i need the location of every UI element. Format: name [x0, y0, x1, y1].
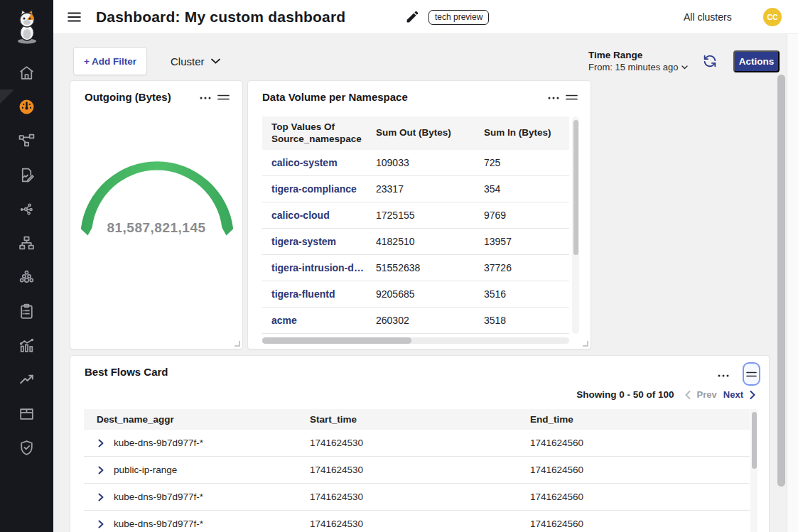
clusters-icon [18, 268, 36, 286]
cluster-filter-label: Cluster [171, 55, 205, 67]
sidebar-item-report-edit[interactable] [0, 158, 53, 192]
network-topology-icon [18, 132, 36, 150]
pagination: Showing 0 - 50 of 100 Prev Next [576, 389, 755, 400]
time-range-control: Time Range From: 15 minutes ago [588, 50, 688, 72]
start-time-value: 1741624530 [297, 519, 517, 529]
edit-pencil-icon[interactable] [405, 9, 420, 24]
column-header: Top Values OfSource_namespace [262, 121, 367, 144]
sum-in-value: 37726 [475, 262, 569, 273]
end-time-value: 1741624560 [517, 492, 750, 502]
card-menu-icon[interactable] [718, 371, 729, 380]
column-header: Sum In (Bytes) [475, 127, 569, 139]
report-edit-icon [18, 166, 36, 184]
dest-name-value: public-ip-range [114, 465, 177, 475]
page-scrollbar-thumb[interactable] [777, 75, 785, 487]
sum-in-value: 354 [475, 183, 569, 195]
table-vertical-scrollbar[interactable] [572, 116, 579, 334]
table-horizontal-scrollbar[interactable] [262, 337, 569, 344]
sidebar-item-connections[interactable] [0, 192, 53, 226]
chevron-right-icon[interactable] [750, 391, 755, 399]
calico-cat-logo [11, 9, 43, 45]
dest-name-value: kube-dns-9b7d977f-* [114, 519, 203, 529]
expand-row-chevron-icon[interactable] [97, 493, 105, 501]
drag-handle-icon[interactable] [566, 92, 578, 102]
cluster-filter-dropdown[interactable]: Cluster [171, 47, 220, 75]
sum-in-value: 3516 [475, 288, 569, 300]
sidebar-item-network-topology[interactable] [0, 124, 53, 158]
sidebar-item-statistics[interactable] [0, 328, 53, 362]
actions-button[interactable]: Actions [733, 50, 780, 72]
expand-row-chevron-icon[interactable] [97, 439, 105, 447]
table-vertical-scrollbar[interactable] [750, 409, 757, 532]
sum-out-value: 260302 [367, 315, 475, 326]
chevron-down-icon [681, 65, 688, 70]
time-range-value-dropdown[interactable]: From: 15 minutes ago [588, 62, 688, 72]
expand-row-chevron-icon[interactable] [97, 466, 105, 474]
prev-page-button[interactable]: Prev [697, 389, 717, 400]
tech-preview-badge: tech preview [428, 10, 489, 25]
expand-row-chevron-icon[interactable] [97, 520, 105, 528]
card-menu-icon[interactable] [200, 94, 211, 102]
namespace-link[interactable]: calico-cloud [271, 210, 330, 221]
table-row: calico-cloud17251559769 [262, 202, 569, 229]
resize-grip[interactable] [234, 341, 240, 347]
outgoing-bytes-card: Outgoing (Bytes) 81,587,821,145 [70, 80, 243, 349]
refresh-icon[interactable] [702, 53, 718, 69]
checklist-icon [18, 303, 36, 320]
namespace-link[interactable]: tigera-compliance [271, 183, 357, 195]
sidebar-item-dashboard-gauge[interactable] [0, 89, 53, 124]
hamburger-menu-icon[interactable] [66, 9, 82, 25]
sum-out-value: 51552638 [367, 262, 475, 273]
sum-out-value: 4182510 [367, 236, 475, 247]
namespace-link[interactable]: tigera-fluentd [271, 288, 335, 300]
sidebar-item-checklist[interactable] [0, 294, 53, 328]
table-row: tigera-system418251013957 [262, 229, 569, 255]
namespace-link[interactable]: tigera-intrusion-d… [271, 262, 364, 273]
dest-name-value: kube-dns-9b7d977f-* [114, 438, 203, 448]
card-title: Outgoing (Bytes) [85, 91, 171, 103]
page-scrollbar-track [787, 34, 798, 532]
sidebar-item-home[interactable] [0, 55, 53, 89]
sidebar-item-hierarchy[interactable] [0, 226, 53, 260]
sum-in-value: 725 [475, 157, 569, 168]
sidebar-item-clusters[interactable] [0, 260, 53, 294]
table-row: tigera-intrusion-d…5155263837726 [262, 255, 569, 281]
table-row: acme2603023518 [262, 308, 569, 334]
sum-out-value: 23317 [367, 183, 475, 195]
avatar[interactable]: CC [763, 8, 782, 26]
dashboard-gauge-icon [18, 98, 36, 116]
drag-handle-icon[interactable] [217, 92, 230, 102]
card-menu-icon[interactable] [548, 94, 559, 102]
chevron-down-icon [211, 58, 220, 64]
start-time-value: 1741624530 [297, 465, 517, 475]
sidebar-item-package[interactable] [0, 396, 53, 430]
data-volume-table: Top Values OfSource_namespace Sum Out (B… [262, 116, 569, 334]
pagination-showing-text: Showing 0 - 50 of 100 [576, 389, 674, 400]
namespace-link[interactable]: calico-system [271, 157, 338, 168]
column-header: Dest_name_aggr [84, 414, 297, 425]
table-header-row: Top Values OfSource_namespace Sum Out (B… [262, 116, 569, 150]
namespace-link[interactable]: tigera-system [271, 236, 336, 247]
sidebar-item-trending[interactable] [0, 362, 53, 396]
security-shield-icon [18, 439, 36, 457]
card-title: Best Flows Card [85, 366, 168, 378]
cluster-scope-selector[interactable]: All clusters [684, 0, 732, 34]
resize-grip[interactable] [583, 341, 588, 347]
statistics-icon [18, 337, 36, 354]
start-time-value: 1741624530 [297, 438, 517, 448]
chevron-left-icon[interactable] [685, 391, 691, 399]
trending-icon [18, 371, 36, 389]
best-flows-card: Best Flows Card Showing 0 - 50 of 100 Pr… [70, 355, 770, 532]
column-header: End_time [517, 414, 750, 425]
drag-handle-focused[interactable] [743, 362, 760, 386]
end-time-value: 1741624560 [517, 519, 750, 529]
gauge-value: 81,587,821,145 [70, 220, 242, 236]
namespace-link[interactable]: acme [271, 315, 297, 326]
add-filter-button[interactable]: + Add Filter [73, 47, 147, 75]
sidebar-item-security-shield[interactable] [0, 430, 53, 465]
next-page-button[interactable]: Next [723, 389, 743, 400]
table-row: tigera-compliance23317354 [262, 176, 569, 202]
end-time-value: 1741624560 [517, 465, 750, 475]
sum-out-value: 109033 [367, 157, 475, 168]
dest-name-value: kube-dns-9b7d977f-* [114, 492, 203, 502]
